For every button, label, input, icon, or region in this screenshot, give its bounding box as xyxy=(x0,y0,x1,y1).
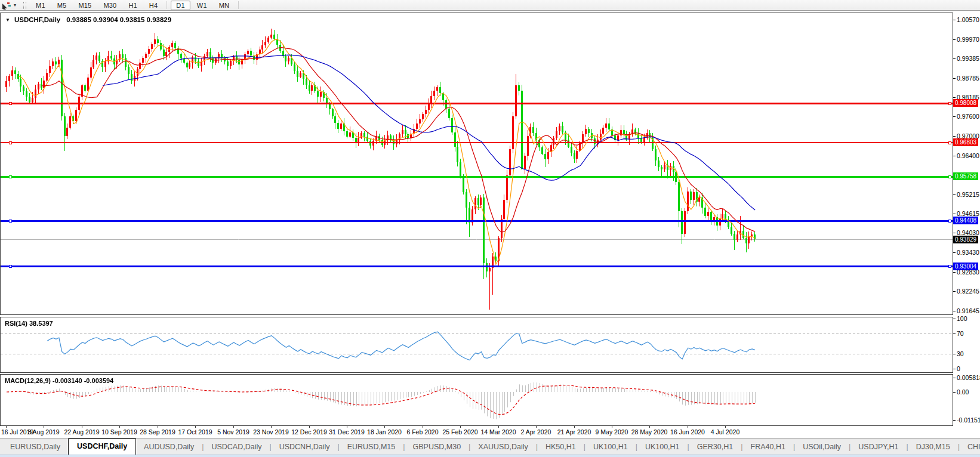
date-tick-mark xyxy=(82,426,82,428)
axis-tick-mark xyxy=(953,392,956,393)
date-tick-mark xyxy=(44,426,44,428)
price-tick-label: 0.98785 xyxy=(957,75,979,82)
axis-tick-mark xyxy=(953,311,956,311)
chart-tab-uk100-h1[interactable]: UK100,H1 xyxy=(637,440,688,455)
toolbar-separator xyxy=(167,1,167,9)
price-tick-label: 0.99385 xyxy=(957,55,979,62)
timeframe-button-h1[interactable]: H1 xyxy=(123,1,142,10)
toolbar-grip xyxy=(23,2,26,9)
axis-tick-mark xyxy=(953,194,956,195)
date-tick-mark xyxy=(725,426,726,428)
timeframe-button-m5[interactable]: M5 xyxy=(52,1,72,10)
date-tick-mark xyxy=(612,426,612,428)
toolbar-separator xyxy=(238,1,239,9)
axis-tick-mark xyxy=(953,136,956,137)
chart-tab-ger30-h1[interactable]: GER30,H1 xyxy=(689,440,741,455)
axis-tick-mark xyxy=(953,58,956,59)
macd-panel: MACD(12,26,9) -0.003140 -0.003594 xyxy=(0,374,953,426)
chart-tabs: EURUSD,DailyUSDCHF,DailyAUDUSD,Daily|USD… xyxy=(2,439,980,455)
macd-tick-label: 0.00 xyxy=(957,388,969,396)
axis-tick-mark xyxy=(953,78,956,79)
date-tick-mark xyxy=(498,426,499,428)
axis-tick-mark xyxy=(953,354,956,354)
chart-title: ▼ USDCHF,Daily 0.93885 0.93904 0.93815 0… xyxy=(5,16,171,23)
date-tick-mark xyxy=(271,426,272,428)
date-axis[interactable]: 16 Jul 20193 Aug 201922 Aug 201910 Sep 2… xyxy=(0,426,953,438)
date-tick-mark xyxy=(574,426,575,428)
timeframe-button-mn[interactable]: MN xyxy=(214,1,235,10)
main-chart-canvas[interactable] xyxy=(1,13,953,314)
rsi-tick-label: 100 xyxy=(957,315,967,322)
rsi-label: RSI(14) 38.5397 xyxy=(5,320,53,327)
date-tick-mark xyxy=(536,426,537,428)
date-tick-mark xyxy=(384,426,385,428)
collapse-chart-icon[interactable]: ▼ xyxy=(5,17,10,23)
chart-tab-china300-h4[interactable]: CHINA300,H4 xyxy=(960,440,980,455)
timeframe-button-m1[interactable]: M1 xyxy=(30,1,51,10)
timeframe-toolbar: ▾ M1M5M15M30H1H4D1W1MN xyxy=(0,0,980,11)
hline-price-label[interactable]: 0.98008 xyxy=(953,99,978,107)
hline-price-label[interactable]: 0.95758 xyxy=(953,172,978,180)
date-tick-mark xyxy=(309,426,310,428)
macd-tick-label: -0.011514 xyxy=(957,416,980,424)
tool-dropdown-icon[interactable]: ▾ xyxy=(14,2,16,8)
chart-tab-eurusd-daily[interactable]: EURUSD,Daily xyxy=(2,440,68,455)
hline-price-label[interactable]: 0.96803 xyxy=(953,138,978,146)
date-tick-mark xyxy=(158,426,158,428)
chart-tab-dj30-m15[interactable]: DJ30,M15 xyxy=(908,440,958,455)
axis-tick-mark xyxy=(953,420,956,421)
rsi-tick-label: 0 xyxy=(957,365,960,372)
chart-tab-xauusd-daily[interactable]: XAUUSD,Daily xyxy=(470,440,535,455)
date-tick-mark xyxy=(347,426,347,428)
chart-ohlc-values: 0.93885 0.93904 0.93815 0.93829 xyxy=(66,16,171,23)
price-tick-label: 0.96400 xyxy=(957,152,979,159)
chart-tab-usdcnh-daily[interactable]: USDCNH,Daily xyxy=(272,440,338,455)
axis-tick-mark xyxy=(953,20,956,20)
date-tick-mark xyxy=(460,426,461,428)
chart-tab-usdjpy-h1[interactable]: USDJPY,H1 xyxy=(850,440,906,455)
date-tick-mark xyxy=(233,426,234,428)
timeframe-button-h4[interactable]: H4 xyxy=(144,1,163,10)
axis-tick-mark xyxy=(953,334,956,334)
axis-tick-mark xyxy=(953,97,956,98)
chart-tab-uk100-h1[interactable]: UK100,H1 xyxy=(585,440,636,455)
draw-tool-icon[interactable] xyxy=(2,1,11,10)
chart-tab-usdchf-daily[interactable]: USDCHF,Daily xyxy=(68,439,136,455)
date-tick-mark xyxy=(6,426,7,428)
date-tick-mark xyxy=(649,426,650,428)
price-tick-label: 0.91645 xyxy=(957,307,979,314)
chart-tab-gbpusd-m30[interactable]: GBPUSD,M30 xyxy=(405,440,469,455)
price-tick-label: 0.92245 xyxy=(957,288,979,295)
chart-tab-usdcad-daily[interactable]: USDCAD,Daily xyxy=(204,440,269,455)
axis-tick-mark xyxy=(953,378,956,378)
timeframe-button-m30[interactable]: M30 xyxy=(98,1,122,10)
axis-tick-mark xyxy=(953,214,956,214)
price-axis[interactable]: 1.005700.999700.993850.987850.981850.976… xyxy=(953,13,980,426)
axis-tick-mark xyxy=(953,319,956,319)
timeframe-button-w1[interactable]: W1 xyxy=(192,1,212,10)
macd-canvas[interactable] xyxy=(1,375,953,425)
chart-tab-hk50-h1[interactable]: HK50,H1 xyxy=(538,440,584,455)
chart-tab-usoil-daily[interactable]: USOil,Daily xyxy=(795,440,849,455)
axis-tick-mark xyxy=(953,233,956,233)
chart-tab-audusd-daily[interactable]: AUDUSD,Daily xyxy=(136,440,202,455)
axis-tick-mark xyxy=(953,291,956,292)
axis-tick-mark xyxy=(953,252,956,253)
timeframe-buttons: M1M5M15M30H1H4D1W1MN xyxy=(30,1,242,10)
date-label: 4 Jul 2020 xyxy=(698,428,752,436)
chart-tab-eurusd-m15[interactable]: EURUSD,M15 xyxy=(340,440,403,455)
date-tick-mark xyxy=(688,426,688,428)
current-price-label: 0.93829 xyxy=(953,236,978,243)
rsi-canvas[interactable] xyxy=(1,317,953,372)
chart-tab-fra40-h1[interactable]: FRA40,H1 xyxy=(743,440,793,455)
chart-symbol-label: USDCHF,Daily xyxy=(14,16,60,23)
price-tick-label: 0.95215 xyxy=(957,191,979,198)
hline-price-label[interactable]: 0.93004 xyxy=(953,263,978,270)
timeframe-button-d1[interactable]: D1 xyxy=(171,1,190,10)
rsi-panel: RSI(14) 38.5397 xyxy=(0,317,953,373)
timeframe-button-m15[interactable]: M15 xyxy=(73,1,97,10)
trading-terminal-window: ▾ M1M5M15M30H1H4D1W1MN ▼ USDCHF,Daily 0.… xyxy=(0,0,980,457)
chart-tab-bar: EURUSD,DailyUSDCHF,DailyAUDUSD,Daily|USD… xyxy=(0,438,980,455)
axis-tick-mark xyxy=(953,156,956,156)
hline-price-label[interactable]: 0.94408 xyxy=(953,217,978,224)
